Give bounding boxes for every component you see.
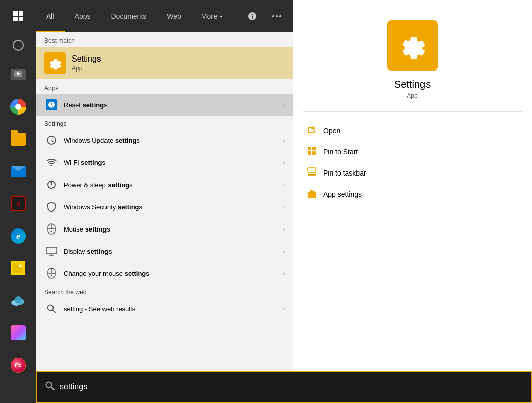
sidebar-app-mail[interactable]: [0, 155, 36, 188]
detail-actions: Open Pin to Start: [303, 120, 522, 205]
change-mouse-label: Change your mouse settings: [64, 270, 283, 277]
search-bottom-bar: [36, 371, 532, 403]
chevron-right-icon: ›: [283, 102, 285, 108]
windows-logo-icon: [13, 11, 23, 21]
web-search-label: setting - See web results: [64, 305, 283, 313]
mouse-label: Mouse settings: [64, 225, 283, 233]
svg-rect-19: [46, 247, 57, 254]
sidebar-app-sticky[interactable]: [0, 252, 36, 284]
svg-point-18: [51, 231, 52, 232]
mail-icon: [11, 166, 26, 177]
result-change-mouse[interactable]: Change your mouse settings ›: [36, 262, 293, 284]
mouse-icon: [44, 222, 59, 236]
chevron-right-icon: ›: [283, 306, 285, 312]
power-sleep-label: Power & sleep settings: [64, 181, 283, 189]
svg-rect-28: [308, 147, 311, 150]
result-power-sleep[interactable]: Power & sleep settings ›: [36, 174, 293, 196]
sidebar-app-rog[interactable]: R: [0, 188, 36, 220]
result-windows-security[interactable]: Windows Security settings ›: [36, 196, 293, 218]
display-label: Display settings: [64, 248, 283, 255]
reset-settings-icon: [44, 98, 59, 112]
svg-line-27: [53, 310, 56, 313]
windows-update-label: Windows Update settings: [64, 137, 283, 144]
sidebar-app-chrome[interactable]: [0, 91, 36, 123]
more-options-button[interactable]: [267, 6, 287, 26]
sidebar-app-cloud[interactable]: [0, 284, 36, 317]
chrome-icon: [10, 99, 26, 115]
feedback-button[interactable]: [242, 6, 262, 26]
chevron-right-icon: ›: [283, 226, 285, 232]
svg-point-11: [276, 15, 278, 17]
start-button[interactable]: [0, 0, 36, 32]
sidebar-app-paint[interactable]: [0, 317, 36, 349]
svg-line-35: [51, 387, 55, 390]
folder-icon: [11, 133, 26, 146]
wifi-label: Wi-Fi settings: [64, 159, 283, 166]
detail-settings-icon: [387, 20, 438, 71]
pin-start-label: Pin to Start: [323, 148, 358, 156]
best-match-settings[interactable]: Settings App: [36, 47, 293, 79]
search-bottom-icon: [45, 381, 55, 392]
chevron-right-icon: ›: [283, 160, 285, 165]
tab-apps[interactable]: Apps: [65, 0, 101, 32]
result-display[interactable]: Display settings ›: [36, 240, 293, 262]
detail-app-name: Settings: [394, 79, 431, 90]
nav-tabs: All Apps Documents Web More ▾: [36, 0, 293, 32]
settings-section-header: Settings: [36, 116, 293, 129]
windows-security-label: Windows Security settings: [64, 203, 283, 211]
app-settings-label: App settings: [323, 190, 362, 198]
svg-text:🛍: 🛍: [15, 361, 23, 370]
chevron-right-icon: ›: [283, 204, 285, 210]
chevron-right-icon: ›: [283, 271, 285, 276]
tab-all[interactable]: All: [36, 0, 65, 32]
app-settings-icon: [307, 189, 317, 200]
store-icon: 🛍: [11, 358, 26, 373]
svg-rect-33: [308, 168, 316, 172]
pin-start-icon: [307, 146, 317, 157]
tab-documents[interactable]: Documents: [100, 0, 156, 32]
result-mouse-settings[interactable]: Mouse settings ›: [36, 218, 293, 240]
svg-point-12: [279, 15, 281, 17]
detail-app-type: App: [407, 92, 417, 99]
settings-app-icon: [44, 52, 66, 74]
result-web-search[interactable]: setting - See web results ›: [36, 298, 293, 320]
sidebar-app-folder[interactable]: [0, 123, 36, 155]
sidebar-app-edge[interactable]: e: [0, 220, 36, 252]
result-windows-update[interactable]: Windows Update settings ›: [36, 129, 293, 151]
apps-section-header: Apps: [36, 81, 293, 94]
open-icon: [307, 125, 317, 136]
svg-rect-30: [308, 151, 311, 155]
pin-taskbar-label: Pin to taskbar: [323, 169, 366, 177]
best-match-title: Settings: [72, 54, 101, 64]
action-pin-taskbar[interactable]: Pin to taskbar: [303, 162, 522, 184]
reset-settings-label: Reset settings: [64, 101, 283, 109]
chevron-right-icon: ›: [283, 138, 285, 143]
action-open[interactable]: Open: [303, 120, 522, 141]
search-input[interactable]: [60, 382, 523, 391]
svg-point-7: [15, 296, 22, 303]
open-label: Open: [323, 127, 340, 135]
wifi-icon: [44, 155, 59, 169]
video-app-icon: [11, 69, 26, 80]
detail-divider: [303, 111, 522, 112]
rog-icon: R: [11, 196, 26, 211]
chevron-down-icon: ▾: [220, 14, 222, 19]
result-wifi[interactable]: Wi-Fi settings ›: [36, 151, 293, 174]
sticky-notes-icon: [11, 261, 25, 275]
paint-icon: [11, 325, 26, 340]
detail-panel: Settings App Open: [293, 0, 532, 371]
sidebar-app-store[interactable]: 🛍: [0, 349, 36, 381]
action-app-settings[interactable]: App settings: [303, 184, 522, 205]
action-pin-start[interactable]: Pin to Start: [303, 141, 522, 162]
nav-extra-buttons: [242, 6, 293, 26]
result-reset-settings[interactable]: Reset settings ›: [36, 94, 293, 116]
taskbar-search-button[interactable]: [0, 32, 36, 59]
best-match-info: Settings App: [72, 54, 101, 72]
chevron-right-icon: ›: [283, 249, 285, 254]
tab-more[interactable]: More ▾: [191, 0, 232, 32]
sidebar-app-video[interactable]: [0, 59, 36, 91]
svg-rect-31: [312, 151, 316, 155]
tab-web[interactable]: Web: [156, 0, 191, 32]
edge-icon: e: [11, 228, 26, 244]
mouse2-icon: [44, 266, 59, 280]
